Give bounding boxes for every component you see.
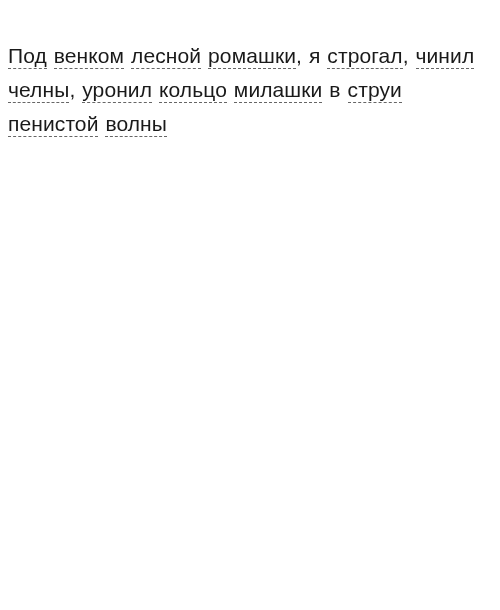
document-page: Под венком лесной ромашки, я строгал, чи… xyxy=(0,0,500,141)
word-chinil: чинил xyxy=(416,44,475,69)
word-chelny: челны xyxy=(8,78,69,103)
word-pod: Под xyxy=(8,44,47,69)
word-venkom: венком xyxy=(54,44,124,69)
word-uronil: уронил xyxy=(82,78,152,103)
word-milashki: милашки xyxy=(234,78,323,103)
word-koltso: кольцо xyxy=(159,78,227,103)
word-strui: струи xyxy=(348,78,402,103)
word-strogal: строгал xyxy=(327,44,402,69)
paragraph: Под венком лесной ромашки, я строгал, чи… xyxy=(8,39,488,141)
plain-4: в xyxy=(322,78,347,101)
plain-1: , я xyxy=(296,44,327,67)
word-romashki: ромашки xyxy=(208,44,296,69)
plain-3: , xyxy=(69,78,82,101)
plain-2: , xyxy=(403,44,416,67)
word-penistoy: пенистой xyxy=(8,112,98,137)
word-volny: волны xyxy=(105,112,167,137)
word-lesnoy: лесной xyxy=(131,44,201,69)
